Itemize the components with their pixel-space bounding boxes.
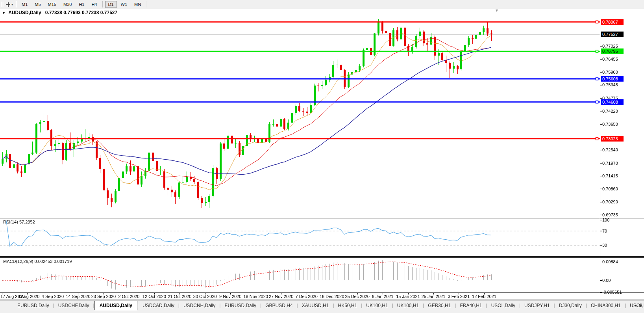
chart-title: ▼ AUDUSD,Daily 0.77338 0.77693 0.77238 0… xyxy=(2,10,117,15)
toolbar-drag-grip[interactable] xyxy=(1,2,3,7)
collapse-arrow-icon[interactable]: ▼ xyxy=(2,11,6,15)
date-axis-label: 27 Nov 2020 xyxy=(269,294,293,299)
date-axis-label: 25 Jan 2021 xyxy=(422,294,446,299)
rsi-axis-tick: 100 xyxy=(602,218,609,222)
date-axis-label: 21 Oct 2020 xyxy=(168,294,191,299)
hline-price-label: 0.73023 xyxy=(601,136,624,142)
macd-axis-tick: 0.00884 xyxy=(602,259,618,264)
price-axis-tick: 0.77025 xyxy=(602,44,618,48)
price-axis-tick: 0.74220 xyxy=(602,109,618,114)
tab-scroll-arrows: ◄ ► xyxy=(634,304,643,307)
price-chart-canvas[interactable] xyxy=(0,0,644,313)
date-axis-label: 12 Oct 2020 xyxy=(142,294,166,299)
hline-price-label: 0.75608 xyxy=(601,76,624,82)
chart-tab-usoil-daily[interactable]: USOil,Daily xyxy=(487,301,519,310)
date-axis-label: 26 Aug 2020 xyxy=(15,294,40,299)
price-axis-tick: 0.70290 xyxy=(602,199,618,204)
chart-tab-bar: EURUSD,Daily|USDCHF,Daily|AUDUSD,Daily|U… xyxy=(0,300,644,313)
date-axis-label: 18 Nov 2020 xyxy=(243,294,268,299)
hline-price-label: 0.76795 xyxy=(601,48,624,54)
chart-tab-xauusd-h1[interactable]: XAUUSD,H1 xyxy=(298,301,333,310)
macd-axis-tick: 0.00 xyxy=(602,278,611,283)
chart-ohlc-values: 0.77338 0.77693 0.77238 0.77527 xyxy=(45,10,118,15)
timeframe-button-w1[interactable]: W1 xyxy=(118,1,131,8)
timeframe-button-m1[interactable]: M1 xyxy=(19,1,31,8)
tab-scroll-left-icon[interactable]: ◄ xyxy=(634,304,637,307)
date-axis-label: 4 Sep 2020 xyxy=(42,294,64,299)
date-axis-label: 15 Jan 2021 xyxy=(396,294,420,299)
macd-axis-tick: -0.005651 xyxy=(602,290,622,294)
dropdown-arrow-icon[interactable]: ▾ xyxy=(11,3,13,6)
chart-tab-ger30-h1[interactable]: GER30,H1 xyxy=(424,301,455,310)
date-axis-label: 7 Dec 2020 xyxy=(295,294,317,299)
toolbar-separator xyxy=(102,1,103,7)
chart-tab-dj30-daily[interactable]: DJ30,Daily xyxy=(555,301,586,310)
date-axis-label: 25 Dec 2020 xyxy=(345,294,369,299)
chart-tab-eurusd-daily[interactable]: EURUSD,Daily xyxy=(13,301,53,310)
timeframe-button-m5[interactable]: M5 xyxy=(31,1,44,8)
chart-tab-usdchf-daily[interactable]: USDCHF,Daily xyxy=(54,301,93,310)
timeframe-button-h4[interactable]: H4 xyxy=(88,1,100,8)
date-axis-label: 3 Feb 2021 xyxy=(448,294,470,299)
current-price-label: 0.77527 xyxy=(601,32,624,37)
crosshair-tool-icon[interactable] xyxy=(6,2,11,7)
chart-tab-uk100-h1[interactable]: UK100,H1 xyxy=(393,301,423,310)
timeframe-button-d1[interactable]: D1 xyxy=(105,1,117,8)
chart-tab-usdcnh-daily[interactable]: USDCNH,Daily xyxy=(180,301,219,310)
date-axis-label: 14 Sep 2020 xyxy=(66,294,90,299)
chart-tab-gbpusd-h4[interactable]: GBPUSD,H4 xyxy=(261,301,296,310)
price-axis-tick: 0.73650 xyxy=(602,122,618,127)
toolbar: ▾ M1M5M15M30H1H4 D1W1MN xyxy=(0,0,644,9)
price-axis-tick: 0.70860 xyxy=(602,186,618,191)
price-axis-tick: 0.69735 xyxy=(602,212,618,217)
toolbar-separator xyxy=(146,1,147,7)
price-axis-tick: 0.71970 xyxy=(602,161,618,166)
date-axis-label: 23 Sep 2020 xyxy=(91,294,116,299)
timeframe-button-mn[interactable]: MN xyxy=(131,1,144,8)
price-axis-tick: 0.75900 xyxy=(602,70,618,75)
rsi-axis-tick: 70 xyxy=(602,229,607,233)
date-axis-label: 9 Nov 2020 xyxy=(219,294,241,299)
price-axis-tick: 0.75345 xyxy=(602,82,618,87)
timeframe-group-higher: D1W1MN xyxy=(105,1,145,8)
macd-indicator-label: MACD(12,26,9) 0.002453 0.001719 xyxy=(3,259,72,264)
date-axis-label: 16 Dec 2020 xyxy=(320,294,344,299)
timeframe-button-m30[interactable]: M30 xyxy=(60,1,75,8)
timeframe-button-m15[interactable]: M15 xyxy=(45,1,59,8)
toolbar-separator xyxy=(16,1,17,7)
date-axis-label: 12 Feb 2021 xyxy=(472,294,496,299)
timeframe-group-intraday: M1M5M15M30H1H4 xyxy=(18,1,101,8)
chart-tab-uk100-h1[interactable]: UK100,H1 xyxy=(362,301,392,310)
price-axis-tick: 0.71415 xyxy=(602,173,618,178)
price-axis-tick: 0.76455 xyxy=(602,57,618,61)
date-axis-label: 6 Jan 2021 xyxy=(372,294,393,299)
chart-tab-china300-h1[interactable]: CHINA300,H1 xyxy=(587,301,625,310)
chart-tab-fra40-h1[interactable]: FRA40,H1 xyxy=(456,301,486,310)
chart-tab-usdcad-daily[interactable]: USDCAD,Daily xyxy=(139,301,178,310)
date-axis-label: 30 Oct 2020 xyxy=(193,294,217,299)
hline-price-label: 0.74608 xyxy=(601,99,624,105)
chart-tab-eurusd-daily[interactable]: EURUSD,Daily xyxy=(220,301,260,310)
rsi-axis-tick: 30 xyxy=(602,243,607,248)
date-axis-label: 2 Oct 2020 xyxy=(118,294,139,299)
price-axis-tick: 0.72540 xyxy=(602,147,618,152)
tab-scroll-right-icon[interactable]: ► xyxy=(640,304,643,307)
chart-tab-hk50-h1[interactable]: HK50,H1 xyxy=(334,301,361,310)
hline-price-label: 0.78067 xyxy=(601,19,624,25)
chart-tab-usdjpy-h1[interactable]: USDJPY,H1 xyxy=(520,301,553,310)
chart-tabs: EURUSD,Daily|USDCHF,Daily|AUDUSD,Daily|U… xyxy=(13,300,644,311)
timeframe-button-h1[interactable]: H1 xyxy=(76,1,87,8)
chart-tab-audusd-daily[interactable]: AUDUSD,Daily xyxy=(94,301,137,310)
chart-symbol-period: AUDUSD,Daily xyxy=(8,10,41,15)
rsi-indicator-label: RSI(14) 57.2352 xyxy=(3,220,35,224)
